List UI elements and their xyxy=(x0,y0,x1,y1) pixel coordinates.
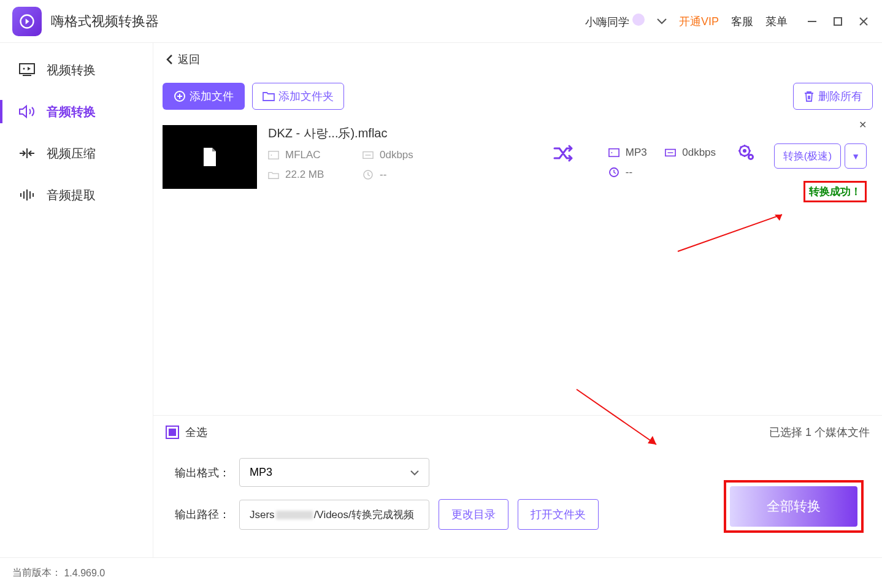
svg-point-20 xyxy=(271,155,272,156)
sidebar-item-video-compress[interactable]: 视频压缩 xyxy=(0,132,153,174)
toolbar: 添加文件 添加文件夹 删除所有 xyxy=(153,77,882,116)
input-size: 22.2 MB xyxy=(285,169,324,181)
gear-icon xyxy=(737,143,756,162)
shuffle-icon xyxy=(553,143,578,163)
footer: 当前版本： 1.4.969.0 xyxy=(0,557,882,588)
sidebar: 视频转换 音频转换 视频压缩 音频提取 xyxy=(0,43,153,557)
output-format-select[interactable]: MP3 xyxy=(239,458,429,487)
add-folder-button[interactable]: 添加文件夹 xyxy=(252,83,344,110)
version-label: 当前版本： xyxy=(12,567,61,579)
input-bitrate: 0dkbps xyxy=(380,149,413,161)
bitrate-icon xyxy=(362,150,374,161)
back-button[interactable]: 返回 xyxy=(166,52,200,67)
convert-dropdown-button[interactable]: ▼ xyxy=(845,143,867,169)
app-title: 嗨格式视频转换器 xyxy=(51,12,159,31)
file-name: DKZ - 사랑...乐).mflac xyxy=(268,125,535,142)
minimize-button[interactable] xyxy=(806,15,818,28)
close-button[interactable] xyxy=(857,15,870,28)
user-avatar-icon xyxy=(632,13,645,26)
sidebar-item-audio-extract[interactable]: 音频提取 xyxy=(0,174,153,216)
user-name: 小嗨同学 xyxy=(585,13,645,29)
user-dropdown-caret-icon[interactable] xyxy=(657,16,667,27)
add-file-button[interactable]: 添加文件 xyxy=(163,83,245,110)
svg-rect-19 xyxy=(269,151,278,159)
menu-link[interactable]: 菜单 xyxy=(765,14,788,29)
input-format: MFLAC xyxy=(285,149,321,161)
settings-button[interactable] xyxy=(719,125,774,162)
svg-rect-5 xyxy=(20,64,34,74)
version: 1.4.969.0 xyxy=(64,568,105,579)
duration-icon xyxy=(362,169,374,180)
remove-file-button[interactable]: ✕ xyxy=(859,119,867,131)
titlebar: 嗨格式视频转换器 小嗨同学 开通VIP 客服 菜单 xyxy=(0,0,882,43)
maximize-button[interactable] xyxy=(832,15,844,28)
convert-button[interactable]: 转换(极速) xyxy=(774,143,841,169)
svg-rect-2 xyxy=(834,18,842,25)
output-format-value: MP3 xyxy=(250,466,272,479)
sidebar-item-label: 视频转换 xyxy=(47,62,96,78)
output-bitrate: 0dkbps xyxy=(682,147,716,159)
delete-all-button[interactable]: 删除所有 xyxy=(793,83,873,110)
sidebar-item-audio-convert[interactable]: 音频转换 xyxy=(0,91,153,132)
sidebar-item-label: 音频转换 xyxy=(47,104,96,120)
plus-circle-icon xyxy=(174,90,186,102)
convert-all-highlight: 全部转换 xyxy=(724,480,864,533)
open-folder-button[interactable]: 打开文件夹 xyxy=(518,499,599,530)
folder-icon xyxy=(263,91,275,102)
audio-convert-icon xyxy=(18,103,36,120)
select-all-label: 全选 xyxy=(185,425,207,440)
vip-link[interactable]: 开通VIP xyxy=(679,14,719,29)
svg-point-30 xyxy=(743,149,746,153)
svg-point-6 xyxy=(23,68,25,70)
success-badge: 转换成功！ xyxy=(803,181,867,202)
svg-rect-24 xyxy=(609,149,619,157)
output-path-label: 输出路径： xyxy=(175,507,230,522)
output-format: MP3 xyxy=(626,147,647,159)
chevron-down-icon xyxy=(410,470,419,476)
file-item: ✕ DKZ - 사랑...乐).mflac MFLAC 0dkbps 22.2 … xyxy=(163,116,873,212)
video-compress-icon xyxy=(18,145,36,162)
trash-icon xyxy=(803,90,815,102)
format-icon xyxy=(608,147,619,158)
svg-point-32 xyxy=(750,156,752,158)
output-path-field: Jsers/Videos/转换完成视频 xyxy=(239,500,429,530)
audio-extract-icon xyxy=(18,186,36,204)
file-thumbnail[interactable] xyxy=(163,125,257,189)
convert-all-button[interactable]: 全部转换 xyxy=(730,486,857,527)
sidebar-item-label: 音频提取 xyxy=(47,187,96,204)
duration-icon xyxy=(608,167,619,178)
bitrate-icon xyxy=(665,147,676,158)
input-duration: -- xyxy=(380,169,386,181)
sidebar-item-label: 视频压缩 xyxy=(47,145,96,162)
chevron-left-icon xyxy=(166,54,173,65)
output-duration: -- xyxy=(626,166,632,178)
format-icon xyxy=(268,150,279,161)
back-label: 返回 xyxy=(178,52,200,67)
select-all-checkbox[interactable] xyxy=(166,426,179,439)
app-logo xyxy=(12,7,42,36)
sidebar-item-video-convert[interactable]: 视频转换 xyxy=(0,49,153,91)
play-file-icon xyxy=(197,145,222,169)
output-format-label: 输出格式： xyxy=(175,465,230,480)
video-convert-icon xyxy=(18,61,36,78)
filesize-icon xyxy=(268,169,279,180)
selected-count: 已选择 1 个媒体文件 xyxy=(769,425,870,440)
file-list: ✕ DKZ - 사랑...乐).mflac MFLAC 0dkbps 22.2 … xyxy=(153,116,882,415)
change-dir-button[interactable]: 更改目录 xyxy=(439,499,508,530)
svg-point-25 xyxy=(611,152,612,153)
support-link[interactable]: 客服 xyxy=(731,14,753,29)
